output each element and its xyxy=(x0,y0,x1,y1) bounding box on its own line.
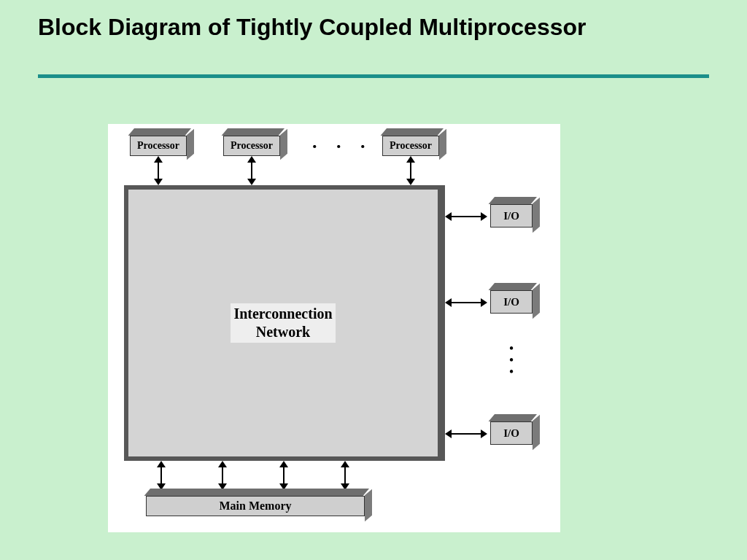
io-ellipsis: ••• xyxy=(508,343,515,378)
diagram-canvas: Processor Processor . . . Processor Inte… xyxy=(108,124,560,532)
slide-title: Block Diagram of Tightly Coupled Multipr… xyxy=(38,13,587,41)
bidir-arrow-icon xyxy=(404,156,417,185)
interconnection-network-block: Interconnection Network xyxy=(124,185,445,461)
bidir-arrow-icon xyxy=(445,427,487,440)
bidir-arrow-icon xyxy=(245,156,258,185)
bidir-arrow-icon xyxy=(445,210,487,223)
interconnection-network-label: Interconnection Network xyxy=(231,303,335,343)
processor-ellipsis: . . . xyxy=(312,131,373,153)
bidir-arrow-icon xyxy=(277,461,290,490)
processor-label: Processor xyxy=(231,140,273,152)
bidir-arrow-icon xyxy=(155,461,168,490)
processor-label: Processor xyxy=(137,140,179,152)
io-label: I/O xyxy=(503,210,519,222)
io-label: I/O xyxy=(503,427,519,440)
io-label: I/O xyxy=(503,296,519,308)
bidir-arrow-icon xyxy=(338,461,352,490)
label-line: Network xyxy=(256,324,310,340)
bidir-arrow-icon xyxy=(152,156,165,185)
main-memory-label: Main Memory xyxy=(219,499,291,513)
bidir-arrow-icon xyxy=(216,461,229,490)
bidir-arrow-icon xyxy=(445,296,487,309)
title-underline xyxy=(38,74,709,78)
processor-label: Processor xyxy=(390,140,432,152)
label-line: Interconnection xyxy=(233,306,332,322)
